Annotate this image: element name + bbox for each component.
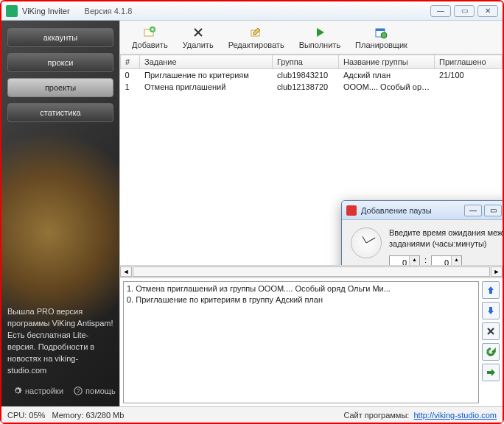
- site-label: Сайт программы:: [343, 411, 409, 420]
- sidebar-item-accounts[interactable]: аккаунты: [7, 28, 113, 47]
- close-button[interactable]: ✕: [477, 5, 498, 17]
- col-n[interactable]: #: [121, 55, 140, 69]
- settings-label: настройки: [25, 386, 63, 395]
- mem-value: 63/280 Mb: [85, 411, 124, 420]
- go-button[interactable]: [482, 364, 500, 381]
- cpu-label: CPU:: [7, 411, 27, 420]
- table-row[interactable]: 0 Приглашение по критериям club19843210 …: [121, 69, 503, 82]
- minutes-up[interactable]: ▲: [452, 256, 461, 263]
- col-invited[interactable]: Приглашено: [435, 55, 503, 69]
- help-icon: ?: [74, 386, 83, 395]
- table-row[interactable]: 1 Отмена приглашений club12138720 ОООМ..…: [121, 81, 503, 93]
- play-icon: [313, 26, 326, 39]
- log-line: 0. Приглашение по критериям в группу Адс…: [127, 294, 475, 305]
- move-up-button[interactable]: [482, 281, 500, 299]
- minimize-button[interactable]: —: [430, 5, 451, 17]
- sidebar-item-proxy[interactable]: прокси: [7, 53, 113, 72]
- add-button[interactable]: Добавить: [125, 24, 175, 51]
- arrow-up-icon: [486, 285, 496, 295]
- toolbar: Добавить Удалить Редактировать Выполнить…: [120, 21, 503, 54]
- arrow-down-icon: [486, 305, 496, 316]
- dialog-titlebar: Добавление паузы — ▭ ✕: [342, 201, 503, 220]
- col-task[interactable]: Задание: [140, 55, 273, 69]
- hours-input[interactable]: [390, 256, 409, 265]
- maximize-button[interactable]: ▭: [454, 5, 475, 17]
- clock-icon: [351, 227, 382, 258]
- app-version: Версия 4.1.8: [85, 7, 133, 15]
- hours-spinner[interactable]: ▲▼: [389, 255, 420, 265]
- app-window: ViKing Inviter Версия 4.1.8 — ▭ ✕ аккаун…: [0, 0, 504, 424]
- statusbar: CPU: 05% Memory: 63/280 Mb Сайт программ…: [1, 406, 503, 423]
- main-panel: Добавить Удалить Редактировать Выполнить…: [119, 21, 503, 406]
- run-button[interactable]: Выполнить: [292, 24, 348, 51]
- hscrollbar[interactable]: ◄ ►: [120, 265, 503, 277]
- cpu-value: 05%: [29, 411, 45, 420]
- gear-icon: [13, 386, 22, 395]
- minutes-down[interactable]: ▼: [452, 263, 461, 265]
- scheduler-button[interactable]: Планировщик: [348, 24, 415, 51]
- sidebar: аккаунты прокси проекты статистика Вышла…: [1, 21, 119, 406]
- col-group[interactable]: Группа: [273, 55, 339, 69]
- refresh-icon: [486, 347, 496, 357]
- dialog-minimize-button[interactable]: —: [464, 205, 482, 216]
- dialog-icon: [346, 205, 357, 216]
- col-group-name[interactable]: Название группы: [339, 55, 435, 69]
- settings-link[interactable]: настройки: [13, 386, 63, 395]
- app-icon: [6, 5, 18, 17]
- svg-rect-6: [376, 29, 385, 31]
- remove-button[interactable]: [482, 322, 500, 340]
- dialog-message: Введите время ожидания между заданиями (…: [389, 227, 503, 250]
- edit-icon: [250, 26, 263, 39]
- dialog-title: Добавление паузы: [361, 206, 432, 215]
- site-link[interactable]: http://viking-studio.com: [414, 411, 497, 420]
- app-title: ViKing Inviter: [22, 7, 70, 15]
- svg-text:?: ?: [77, 388, 80, 395]
- help-label: помощь: [85, 386, 116, 395]
- sidebar-item-projects[interactable]: проекты: [7, 78, 113, 97]
- help-link[interactable]: ? помощь: [74, 386, 116, 395]
- titlebar: ViKing Inviter Версия 4.1.8 — ▭ ✕: [1, 1, 503, 21]
- svg-point-7: [381, 32, 387, 38]
- promo-text: Вышла PRO версия программы ViKing Antisp…: [7, 306, 113, 383]
- scroll-left-icon[interactable]: ◄: [120, 266, 132, 277]
- mem-label: Memory:: [52, 411, 84, 420]
- scroll-track[interactable]: [133, 266, 490, 277]
- x-icon: [486, 326, 496, 336]
- sidebar-footer: настройки ? помощь: [7, 383, 113, 399]
- scroll-right-icon[interactable]: ►: [491, 266, 503, 277]
- hours-up[interactable]: ▲: [410, 256, 419, 263]
- log-text: 1. Отмена приглашений из группы ОООМ....…: [123, 281, 479, 403]
- sidebar-item-stats[interactable]: статистика: [7, 103, 113, 122]
- pause-dialog: Добавление паузы — ▭ ✕ Введите время ожи…: [341, 200, 503, 265]
- hours-down[interactable]: ▼: [410, 263, 419, 265]
- log-line: 1. Отмена приглашений из группы ОООМ....…: [127, 283, 475, 294]
- minutes-spinner[interactable]: ▲▼: [431, 255, 462, 265]
- calendar-icon: [374, 26, 388, 39]
- move-down-button[interactable]: [482, 302, 500, 319]
- delete-button[interactable]: Удалить: [175, 24, 221, 51]
- log-area: 1. Отмена приглашений из группы ОООМ....…: [120, 277, 503, 406]
- arrow-right-icon: [486, 367, 496, 378]
- task-table: # Задание Группа Название группы Приглаш…: [120, 54, 503, 265]
- minutes-input[interactable]: [432, 256, 451, 265]
- delete-icon: [192, 26, 205, 39]
- add-icon: [143, 26, 156, 39]
- refresh-button[interactable]: [482, 343, 500, 361]
- edit-button[interactable]: Редактировать: [221, 24, 292, 51]
- dialog-maximize-button[interactable]: ▭: [484, 205, 502, 216]
